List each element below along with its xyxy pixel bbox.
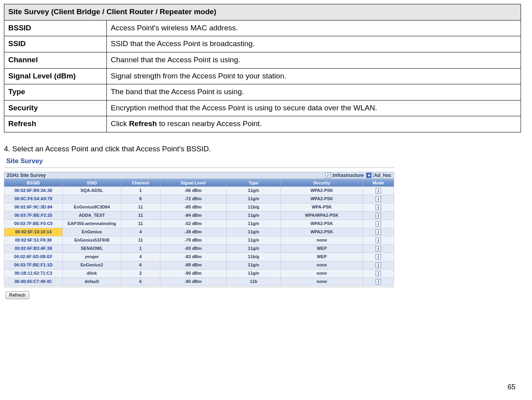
type-cell: 11g/n (226, 220, 281, 228)
mode-cell (363, 220, 394, 228)
bssid-link[interactable]: 00:02:6F:9C:3D:84 (4, 203, 63, 211)
mode-cell (363, 277, 394, 286)
ssid-cell: EAP350-antennatesting (63, 220, 121, 228)
security-cell: WEP (281, 244, 363, 253)
security-cell: WPA2-PSK (281, 220, 363, 228)
channel-cell: 6 (121, 277, 160, 286)
step-text: 4. Select an Access Point and click that… (4, 143, 524, 155)
definition-desc: Channel that the Access Point is using. (107, 52, 521, 68)
security-cell: WEP (281, 253, 363, 261)
ssid-cell: dlink (63, 269, 121, 277)
mode-cell (363, 211, 394, 220)
adhoc-label: :Ad_hoc (372, 173, 391, 178)
survey-row: 00:02:6F:51:F9:38EnGenius51F93811-79 dBm… (4, 236, 394, 244)
ssid-cell: EnGenius2 (63, 261, 121, 269)
infrastructure-icon (376, 229, 381, 235)
infrastructure-icon (376, 254, 381, 260)
ssid-cell: SENAOWL (63, 244, 121, 253)
ssid-cell: EnGenius51F938 (63, 236, 121, 244)
security-cell: none (281, 277, 363, 286)
channel-cell: 11 (121, 220, 160, 228)
signal-cell: -90 dBm (160, 277, 226, 286)
security-cell: WPA/WPA2-PSK (281, 211, 363, 220)
infrastructure-icon (376, 205, 381, 210)
signal-cell: -52 dBm (160, 220, 226, 228)
bssid-link[interactable]: 06:03:7F:BE:F1:1D (4, 261, 63, 269)
bssid-link[interactable]: 00:02:6F:51:F9:38 (4, 236, 63, 244)
definition-desc: SSID that the Access Point is broadcasti… (107, 36, 521, 52)
mode-cell (363, 244, 394, 253)
ssid-cell: yenger (63, 253, 121, 261)
definitions-header-row: Site Survey (Client Bridge / Client Rout… (4, 4, 521, 20)
infrastructure-label: :Infrastructure (331, 173, 364, 178)
bssid-link[interactable]: 00:02:6F:B9:3A:30 (4, 186, 63, 195)
channel-cell: 11 (121, 236, 160, 244)
divider (4, 287, 394, 287)
definition-term: Type (4, 84, 107, 100)
mode-cell (363, 228, 394, 236)
signal-cell: -84 dBm (160, 211, 226, 220)
survey-row: 00:0C:F6:54:A9:796-72 dBm11g/nWPA2-PSK (4, 195, 394, 203)
channel-cell: 11 (121, 203, 160, 211)
survey-column-header: Signal Level (160, 179, 226, 186)
survey-column-header: SSID (63, 179, 121, 186)
definitions-row: SSIDSSID that the Access Point is broadc… (4, 36, 521, 52)
infrastructure-icon (376, 271, 381, 276)
bssid-link[interactable]: 00:03:7F:BE:F0:C0 (4, 220, 63, 228)
definitions-tbody: Site Survey (Client Bridge / Client Rout… (4, 4, 521, 132)
survey-row: 00:02:6F:6D:0B:EFyenger4-83 dBm11b/gWEP (4, 253, 394, 261)
bssid-link[interactable]: 00:03:7F:BE:F2:25 (4, 211, 63, 220)
security-cell: WPA-PSK (281, 203, 363, 211)
definition-desc: The band that the Access Point is using. (107, 84, 521, 100)
bssid-link[interactable]: 00:1B:11:62:71:C3 (4, 269, 63, 277)
definition-term: BSSID (4, 20, 107, 36)
survey-header-row: BSSIDSSIDChannelSignal LevelTypeSecurity… (4, 179, 394, 186)
infrastructure-icon (376, 262, 381, 268)
ssid-cell: EnGenius9C3D84 (63, 203, 121, 211)
divider (4, 167, 394, 168)
signal-cell: -83 dBm (160, 244, 226, 253)
bssid-link[interactable]: 00:40:05:C7:49:4C (4, 277, 63, 286)
bssid-link[interactable]: 00:02:6F:B3:4F:38 (4, 244, 63, 253)
channel-cell: 6 (121, 261, 160, 269)
infrastructure-icon (376, 188, 381, 193)
channel-cell: 1 (121, 186, 160, 195)
signal-cell: -38 dBm (160, 228, 226, 236)
definition-desc: Signal strength from the Access Point to… (107, 68, 521, 84)
definition-term: Security (4, 100, 107, 116)
bssid-link[interactable]: 00:02:6F:10:10:14 (4, 228, 63, 236)
signal-cell: -72 dBm (160, 195, 226, 203)
mode-cell (363, 195, 394, 203)
survey-row: 00:02:6F:B3:4F:38SENAOWL1-83 dBm11g/nWEP (4, 244, 394, 253)
type-cell: 11g/n (226, 195, 281, 203)
security-cell: none (281, 236, 363, 244)
survey-column-header: Type (226, 179, 281, 186)
signal-cell: -83 dBm (160, 253, 226, 261)
type-cell: 11b (226, 277, 281, 286)
legend-bar: 2GHz Site Survey :Infrastructure :Ad_hoc (4, 172, 394, 179)
type-cell: 11g/n (226, 261, 281, 269)
definitions-row: Signal Level (dBm)Signal strength from t… (4, 68, 521, 84)
mode-cell (363, 186, 394, 195)
definitions-row: SecurityEncryption method that the Acces… (4, 100, 521, 116)
definitions-row: RefreshClick Refresh to rescan nearby Ac… (4, 116, 521, 132)
channel-cell: 6 (121, 195, 160, 203)
survey-table: BSSIDSSIDChannelSignal LevelTypeSecurity… (4, 179, 394, 286)
signal-cell: -89 dBm (160, 261, 226, 269)
bssid-link[interactable]: 00:02:6F:6D:0B:EF (4, 253, 63, 261)
survey-row: 00:1B:11:62:71:C3dlink2-90 dBm11g/nnone (4, 269, 394, 277)
type-cell: 11g/n (226, 186, 281, 195)
survey-row: 00:03:7F:BE:F2:25ADDA_TEST11-84 dBm11g/n… (4, 211, 394, 220)
bssid-link[interactable]: 00:0C:F6:54:A9:79 (4, 195, 63, 203)
definition-term: Channel (4, 52, 107, 68)
survey-row: 00:02:6F:9C:3D:84EnGenius9C3D8411-85 dBm… (4, 203, 394, 211)
signal-cell: -90 dBm (160, 269, 226, 277)
definitions-row: ChannelChannel that the Access Point is … (4, 52, 521, 68)
security-cell: none (281, 261, 363, 269)
screenshot-title: Site Survey (4, 156, 394, 166)
ssid-cell: default (63, 277, 121, 286)
refresh-button[interactable]: Refresh (6, 291, 29, 299)
security-cell: WPA2-PSK (281, 228, 363, 236)
survey-row: 00:02:6F:10:10:14EnGenius4-38 dBm11g/nWP… (4, 228, 394, 236)
infrastructure-icon (376, 213, 381, 218)
